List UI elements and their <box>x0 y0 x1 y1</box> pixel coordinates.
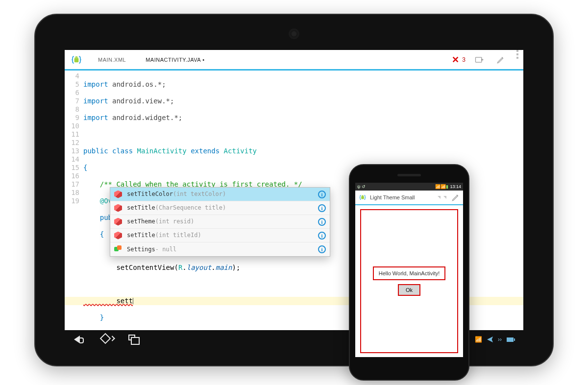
svg-rect-5 <box>361 196 364 199</box>
edit-button[interactable] <box>490 50 512 69</box>
dot-icon <box>516 50 518 52</box>
info-icon[interactable]: i <box>318 218 326 226</box>
autocomplete-item[interactable]: setTitle(CharSequence title) i <box>110 201 330 215</box>
autocomplete-item[interactable]: Settings - null i <box>110 242 330 256</box>
aide-logo[interactable] <box>65 50 88 69</box>
autocomplete-item[interactable]: setTitle(int titleId) i <box>110 229 330 242</box>
run-icon <box>474 55 484 65</box>
back-icon <box>74 336 80 343</box>
autocomplete-item[interactable]: setTitleColor(int textColor) i <box>110 188 330 201</box>
phone-appbar-title[interactable]: Light Theme Small <box>370 194 437 200</box>
phone-frame: ψ ↺ 📶 📶 ▮ 13:14 Light Theme Small <box>349 164 469 381</box>
tablet-frame: MAIN.XML MAINACTIVITY.JAVA • ✕ 3 <box>34 14 554 366</box>
editor-appbar: MAIN.XML MAINACTIVITY.JAVA • ✕ 3 <box>65 50 523 71</box>
info-icon[interactable]: i <box>318 191 326 198</box>
method-icon <box>114 218 122 226</box>
error-x-icon: ✕ <box>452 54 459 65</box>
overflow-menu[interactable] <box>516 50 518 69</box>
sync-icon: ↺ <box>362 184 366 189</box>
hello-world-label: Hello World, MainActivity! <box>373 266 446 280</box>
nav-back-button[interactable] <box>74 334 84 345</box>
phone-screen: ψ ↺ 📶 📶 ▮ 13:14 Light Theme Small <box>355 183 463 357</box>
android-braces-icon <box>358 193 367 202</box>
line-gutter: 45 67 89 1011 1213 1415 1617 1819 <box>65 72 82 330</box>
autocomplete-popup: setTitleColor(int textColor) i setTitle(… <box>110 187 330 257</box>
tab-label: MAIN.XML <box>98 57 126 63</box>
wifi-icon: 📶 <box>441 184 446 189</box>
layout-preview: Hello World, MainActivity! Ok <box>360 209 458 353</box>
chevrons-icon: ›› <box>498 336 502 343</box>
tablet-camera <box>291 30 297 37</box>
method-icon <box>114 232 122 240</box>
home-icon <box>100 333 111 344</box>
method-icon <box>114 204 122 212</box>
svg-point-2 <box>77 57 77 57</box>
usb-icon: ψ <box>357 184 360 189</box>
nav-home-button[interactable] <box>101 334 112 345</box>
phone-appbar: Light Theme Small <box>355 191 463 205</box>
svg-rect-3 <box>476 57 482 62</box>
errors-count: 3 <box>462 50 466 69</box>
tab-main-xml[interactable]: MAIN.XML <box>88 50 136 69</box>
dot-icon <box>516 57 518 59</box>
android-braces-icon <box>70 53 83 67</box>
nav-recent-button[interactable] <box>128 334 139 345</box>
phone-speaker <box>397 174 421 176</box>
phone-statusbar: ψ ↺ 📶 📶 ▮ 13:14 <box>355 183 463 191</box>
text-cursor <box>133 298 133 304</box>
wifi-icon: 📶 <box>475 336 482 343</box>
run-button[interactable] <box>468 50 490 69</box>
battery-icon <box>507 337 514 342</box>
pencil-icon <box>496 55 505 64</box>
battery-icon: ▮ <box>446 184 448 189</box>
dot-icon <box>516 53 518 55</box>
signal-icon: 📶 <box>435 184 441 189</box>
pencil-icon[interactable] <box>451 193 460 202</box>
airplane-icon <box>487 337 493 342</box>
svg-point-1 <box>75 57 76 57</box>
info-icon[interactable]: i <box>318 245 326 253</box>
svg-rect-0 <box>74 58 79 62</box>
spinner-indicator-icon <box>443 196 446 199</box>
tab-label: MAINACTIVITY.JAVA • <box>146 57 204 63</box>
clock: 13:14 <box>450 184 461 189</box>
method-icon <box>114 191 122 198</box>
recent-icon <box>128 335 135 340</box>
info-icon[interactable]: i <box>318 232 326 240</box>
class-icon <box>114 245 122 253</box>
tab-mainactivity-java[interactable]: MAINACTIVITY.JAVA • <box>136 50 214 69</box>
svg-marker-4 <box>481 58 484 61</box>
info-icon[interactable]: i <box>318 204 326 212</box>
ok-button[interactable]: Ok <box>398 284 420 296</box>
autocomplete-item[interactable]: setTheme(int resid) i <box>110 215 330 229</box>
spinner-indicator-icon <box>438 196 441 199</box>
